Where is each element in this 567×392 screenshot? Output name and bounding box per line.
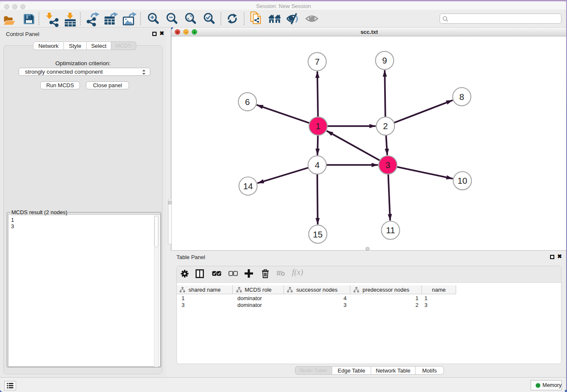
svg-text:2: 2 <box>383 121 388 131</box>
svg-text:14: 14 <box>243 181 253 191</box>
svg-text:8: 8 <box>460 92 464 102</box>
svg-text:4: 4 <box>315 160 319 170</box>
svg-text:7: 7 <box>315 57 319 66</box>
svg-text:15: 15 <box>313 229 323 239</box>
svg-text:1: 1 <box>316 121 320 131</box>
svg-text:6: 6 <box>245 97 250 107</box>
svg-text:11: 11 <box>386 225 395 235</box>
svg-text:10: 10 <box>457 176 467 185</box>
svg-text:3: 3 <box>385 160 390 170</box>
svg-text:9: 9 <box>382 55 387 65</box>
